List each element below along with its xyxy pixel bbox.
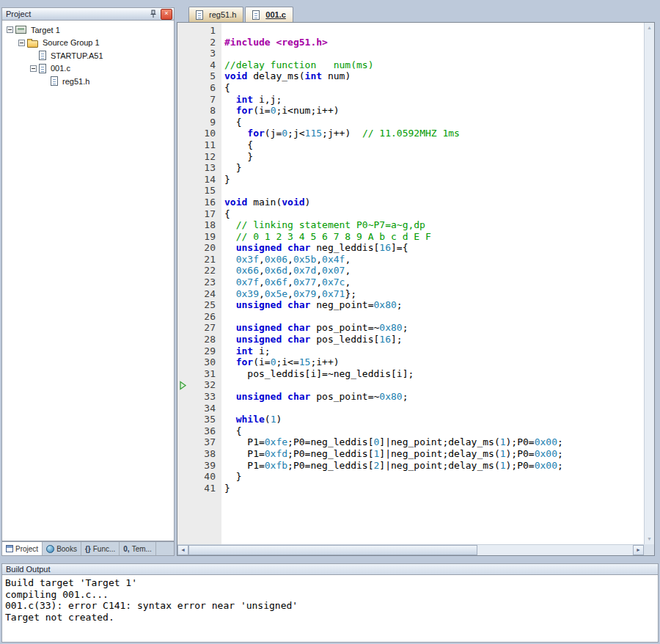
code-line[interactable]: void delay_ms(int num) xyxy=(224,70,644,82)
code-line[interactable]: } xyxy=(224,471,644,483)
code-line[interactable]: unsigned char pos_point=~0x80; xyxy=(224,391,644,403)
line-number[interactable]: 27 xyxy=(177,322,221,334)
line-number[interactable]: 36 xyxy=(177,425,221,437)
editor-tab-reg51-h[interactable]: reg51.h xyxy=(188,7,243,22)
code-line[interactable]: P1=0xfe;P0=neg_leddis[0]|neg_point;delay… xyxy=(224,436,644,448)
code-line[interactable]: P1=0xfd;P0=neg_leddis[1]|neg_point;delay… xyxy=(224,448,644,460)
scroll-up-icon[interactable] xyxy=(645,23,654,33)
line-number[interactable]: 1 xyxy=(177,25,221,37)
line-number[interactable]: 22 xyxy=(177,265,221,277)
code-line[interactable]: } xyxy=(224,174,644,186)
code-line[interactable]: { xyxy=(224,208,644,220)
code-line[interactable] xyxy=(224,185,644,197)
line-number[interactable]: 26 xyxy=(177,311,221,323)
code-editor[interactable]: #include <reg51.h> //delay function num(… xyxy=(221,23,644,544)
tree-expand-toggle[interactable] xyxy=(7,26,13,33)
code-line[interactable]: for(j=0;j<115;j++) // 11.0592MHZ 1ms xyxy=(224,128,644,139)
line-number[interactable]: 25 xyxy=(177,299,221,311)
code-line[interactable]: P1=0xfb;P0=neg_leddis[2]|neg_point;delay… xyxy=(224,460,644,472)
code-line[interactable]: int i; xyxy=(224,345,644,357)
line-number[interactable]: 3 xyxy=(177,48,221,59)
code-line[interactable]: unsigned char neg_point=0x80; xyxy=(224,299,644,311)
line-number[interactable]: 12 xyxy=(177,151,221,163)
line-number[interactable]: 35 xyxy=(177,414,221,425)
line-number[interactable]: 19 xyxy=(177,231,221,243)
line-number[interactable]: 24 xyxy=(177,288,221,300)
code-line[interactable]: 0x3f,0x06,0x5b,0x4f, xyxy=(224,254,644,266)
line-number[interactable]: 13 xyxy=(177,162,221,174)
pin-icon[interactable] xyxy=(147,8,159,20)
vertical-scrollbar[interactable] xyxy=(644,23,654,544)
project-tree[interactable]: Target 1Source Group 1STARTUP.A51001.cre… xyxy=(1,21,175,541)
code-line[interactable]: while(1) xyxy=(224,414,644,425)
code-line[interactable]: //delay function num(ms) xyxy=(224,59,644,71)
horizontal-scrollbar[interactable] xyxy=(177,544,644,555)
code-line[interactable]: 0x66,0x6d,0x7d,0x07, xyxy=(224,265,644,277)
line-number[interactable]: 17 xyxy=(177,208,221,220)
line-number[interactable]: 21 xyxy=(177,254,221,266)
scroll-down-icon[interactable] xyxy=(645,534,654,544)
code-line[interactable]: } xyxy=(224,162,644,174)
line-number[interactable]: 33 xyxy=(177,391,221,403)
code-line[interactable]: } xyxy=(224,483,644,494)
line-number[interactable]: 23 xyxy=(177,277,221,288)
code-line[interactable]: for(i=0;i<num;i++) xyxy=(224,105,644,117)
code-line[interactable]: // 0 1 2 3 4 5 6 7 8 9 A b c d E F xyxy=(224,231,644,243)
line-number[interactable]: 10 xyxy=(177,128,221,139)
editor-tab-001-c[interactable]: 001.c xyxy=(245,7,293,22)
line-number[interactable]: 31 xyxy=(177,368,221,380)
tree-item-source-group-1[interactable]: Source Group 1 xyxy=(2,37,174,50)
code-line[interactable]: pos_leddis[i]=~neg_leddis[i]; xyxy=(224,368,644,380)
line-number[interactable]: 39 xyxy=(177,460,221,472)
scroll-left-icon[interactable] xyxy=(177,545,188,555)
code-line[interactable]: } xyxy=(224,151,644,163)
code-line[interactable]: { xyxy=(224,82,644,94)
line-number[interactable]: 2 xyxy=(177,37,221,48)
line-number[interactable]: 7 xyxy=(177,94,221,106)
line-number[interactable]: 30 xyxy=(177,356,221,368)
line-number[interactable]: 16 xyxy=(177,197,221,208)
code-line[interactable]: { xyxy=(224,139,644,151)
horizontal-scrollbar-track[interactable] xyxy=(477,545,633,555)
panel-tab-func[interactable]: {}Func... xyxy=(81,542,120,555)
tree-item-startup-a51[interactable]: STARTUP.A51 xyxy=(2,49,174,62)
line-number[interactable]: 37 xyxy=(177,436,221,448)
line-number[interactable]: 34 xyxy=(177,403,221,414)
tree-expand-toggle[interactable] xyxy=(18,40,25,46)
tree-item-target-1[interactable]: Target 1 xyxy=(2,23,174,37)
scroll-right-icon[interactable] xyxy=(633,545,644,555)
line-number[interactable]: 18 xyxy=(177,219,221,231)
line-number[interactable]: 4 xyxy=(177,59,221,71)
code-line[interactable]: 0x7f,0x6f,0x77,0x7c, xyxy=(224,277,644,288)
line-number[interactable]: 29 xyxy=(177,345,221,357)
code-line[interactable]: void main(void) xyxy=(224,197,644,208)
line-number[interactable]: 14 xyxy=(177,174,221,186)
horizontal-scrollbar-thumb[interactable] xyxy=(188,545,477,555)
code-line[interactable] xyxy=(224,25,644,37)
code-line[interactable]: { xyxy=(224,117,644,128)
line-number[interactable]: 5 xyxy=(177,70,221,82)
tree-item-001-c[interactable]: 001.c xyxy=(2,62,174,76)
panel-tab-tem[interactable]: 0,Tem... xyxy=(120,542,156,555)
close-panel-icon[interactable] xyxy=(161,9,172,20)
code-line[interactable]: unsigned char pos_point=~0x80; xyxy=(224,322,644,334)
code-line[interactable]: unsigned char neg_leddis[16]={ xyxy=(224,242,644,254)
code-line[interactable] xyxy=(224,48,644,59)
code-line[interactable]: unsigned char pos_leddis[16]; xyxy=(224,334,644,345)
panel-tab-books[interactable]: Books xyxy=(43,542,81,555)
tree-expand-toggle[interactable] xyxy=(30,65,37,72)
line-number[interactable]: 15 xyxy=(177,185,221,197)
code-line[interactable]: #include <reg51.h> xyxy=(224,37,644,48)
tree-item-reg51-h[interactable]: reg51.h xyxy=(2,75,174,88)
code-line[interactable] xyxy=(224,311,644,323)
line-number[interactable]: 28 xyxy=(177,334,221,345)
line-number[interactable]: 38 xyxy=(177,448,221,460)
panel-tab-project[interactable]: Project xyxy=(2,542,43,555)
code-line[interactable]: { xyxy=(224,425,644,437)
line-number[interactable]: 41 xyxy=(177,483,221,494)
code-line[interactable] xyxy=(224,403,644,414)
code-line[interactable] xyxy=(224,379,644,391)
line-number[interactable]: 6 xyxy=(177,82,221,94)
line-number[interactable]: 11 xyxy=(177,139,221,151)
code-line[interactable]: // linking statement P0~P7=a~g,dp xyxy=(224,219,644,231)
